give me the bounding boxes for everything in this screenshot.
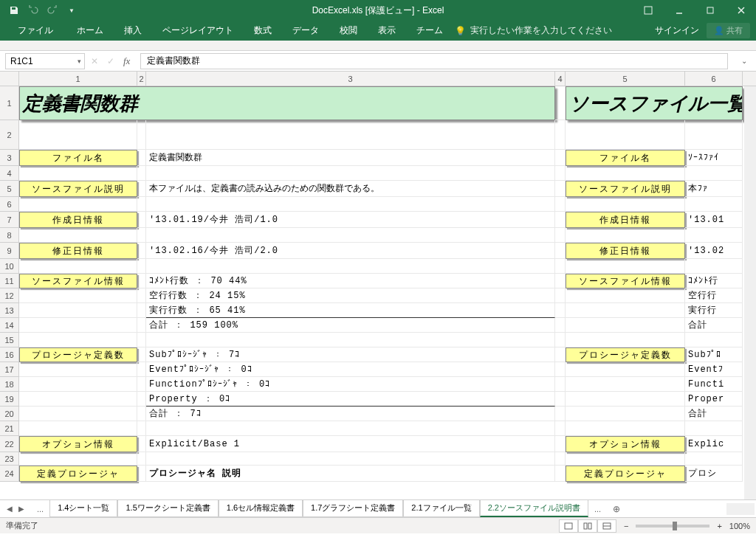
cell[interactable] <box>137 333 146 347</box>
cell[interactable] <box>555 274 566 288</box>
zoom-in-icon[interactable]: + <box>717 522 721 530</box>
cell[interactable] <box>137 228 146 243</box>
cell[interactable] <box>137 318 146 333</box>
tab-file[interactable]: ファイル <box>6 21 65 40</box>
row-header[interactable]: 7 <box>0 212 19 228</box>
cell[interactable] <box>566 120 685 150</box>
cell[interactable] <box>566 303 685 318</box>
row-header[interactable]: 20 <box>0 407 19 421</box>
cell[interactable] <box>555 436 566 452</box>
cell[interactable]: 修正日情報 <box>566 243 685 259</box>
cell[interactable] <box>19 166 137 181</box>
tab-formulas[interactable]: 数式 <box>245 21 281 40</box>
cell[interactable] <box>555 181 566 197</box>
col-header[interactable]: 3 <box>146 72 555 86</box>
cell[interactable] <box>146 452 555 466</box>
tab-review[interactable]: 校閲 <box>331 21 366 40</box>
sheet-tab[interactable]: 2.1ファイル一覧 <box>403 500 479 517</box>
cell[interactable]: 定義プロシージャ <box>19 466 137 482</box>
row-header[interactable]: 23 <box>0 452 19 466</box>
cell[interactable] <box>146 197 555 212</box>
cell[interactable]: 合計 ： 159 100% <box>146 318 555 333</box>
col-header[interactable]: 4 <box>555 72 566 86</box>
zoom-out-icon[interactable]: − <box>624 522 628 530</box>
cell[interactable] <box>685 259 743 274</box>
cell[interactable] <box>685 197 743 212</box>
cell[interactable] <box>685 452 743 466</box>
row-header[interactable]: 11 <box>0 274 19 288</box>
cancel-formula-icon[interactable]: ✕ <box>91 56 98 66</box>
cell[interactable]: Property ： 0ｺ <box>146 392 555 407</box>
cell[interactable] <box>555 150 566 166</box>
cell[interactable] <box>137 274 146 288</box>
cell[interactable] <box>146 421 555 436</box>
tab-nav-prev-icon[interactable]: ◀ <box>4 505 15 513</box>
cell[interactable] <box>555 259 566 274</box>
select-all-corner[interactable] <box>0 72 19 86</box>
cell[interactable]: Subﾌﾟﾛｼｰｼﾞｬ ： 7ｺ <box>146 347 555 362</box>
row-header[interactable]: 13 <box>0 303 19 318</box>
cell[interactable] <box>685 333 743 347</box>
cell[interactable] <box>555 407 566 421</box>
col-header[interactable]: 2 <box>137 72 146 86</box>
cell[interactable] <box>137 288 146 303</box>
normal-view-icon[interactable] <box>559 519 578 533</box>
cell[interactable] <box>137 377 146 392</box>
cell[interactable]: '13.01 <box>685 212 743 228</box>
cell[interactable]: Eventﾌﾟﾛｼｰｼﾞｬ ： 0ｺ <box>146 362 555 377</box>
formula-input[interactable]: 定義書関数群 <box>140 53 728 69</box>
cell[interactable] <box>555 288 566 303</box>
cell[interactable] <box>137 212 146 228</box>
cell[interactable]: プロシージャ定義数 <box>19 347 137 362</box>
cell[interactable] <box>566 407 685 421</box>
cell[interactable] <box>19 120 137 150</box>
cell[interactable]: オプション情報 <box>19 436 137 452</box>
cell[interactable] <box>566 259 685 274</box>
cell[interactable] <box>19 392 137 407</box>
cell[interactable] <box>137 181 146 197</box>
cell[interactable] <box>566 197 685 212</box>
cell[interactable] <box>137 362 146 377</box>
cell[interactable]: Explic <box>685 436 743 452</box>
qat-dropdown-icon[interactable]: ▼ <box>65 4 78 17</box>
cell[interactable]: ファイル名 <box>19 150 137 166</box>
cell[interactable]: 合計 <box>685 407 743 421</box>
cell[interactable] <box>137 421 146 436</box>
tab-overflow-left[interactable]: ... <box>31 502 49 516</box>
col-header[interactable]: 1 <box>19 72 137 86</box>
fx-icon[interactable]: fx <box>123 55 130 67</box>
cell[interactable]: 作成日情報 <box>566 212 685 228</box>
row-header[interactable]: 3 <box>0 150 19 166</box>
cell[interactable]: Eventﾌ <box>685 362 743 377</box>
cell[interactable] <box>555 120 566 150</box>
tab-overflow-right[interactable]: ... <box>588 502 607 516</box>
cell[interactable] <box>19 407 137 421</box>
cell[interactable] <box>555 243 566 259</box>
cell[interactable] <box>566 421 685 436</box>
cell[interactable] <box>566 377 685 392</box>
cell[interactable]: Subﾌﾟﾛ <box>685 347 743 362</box>
cell[interactable] <box>555 228 566 243</box>
sheet-tab[interactable]: 1.5ワークシート定義書 <box>117 500 218 517</box>
cell[interactable]: プロシ <box>685 466 743 482</box>
page-break-view-icon[interactable] <box>597 519 616 533</box>
cell[interactable]: 修正日情報 <box>19 243 137 259</box>
cell[interactable]: 本ﾌｧ <box>685 181 743 197</box>
tab-view[interactable]: 表示 <box>369 21 405 40</box>
cell[interactable] <box>137 150 146 166</box>
cell[interactable] <box>146 228 555 243</box>
col-header[interactable]: 5 <box>566 72 685 86</box>
cell[interactable] <box>19 228 137 243</box>
cell[interactable] <box>19 421 137 436</box>
zoom-slider[interactable] <box>636 525 709 528</box>
close-icon[interactable] <box>726 0 756 21</box>
cell[interactable] <box>566 228 685 243</box>
cell[interactable]: ソースファイル一覧関数 <box>566 86 743 120</box>
cell[interactable] <box>566 392 685 407</box>
row-header[interactable]: 17 <box>0 362 19 377</box>
row-header[interactable]: 1 <box>0 86 19 120</box>
cell[interactable] <box>137 303 146 318</box>
ribbon-display-icon[interactable] <box>633 0 663 21</box>
cell[interactable] <box>137 392 146 407</box>
cell[interactable]: ｺﾒﾝﾄ行 <box>685 274 743 288</box>
